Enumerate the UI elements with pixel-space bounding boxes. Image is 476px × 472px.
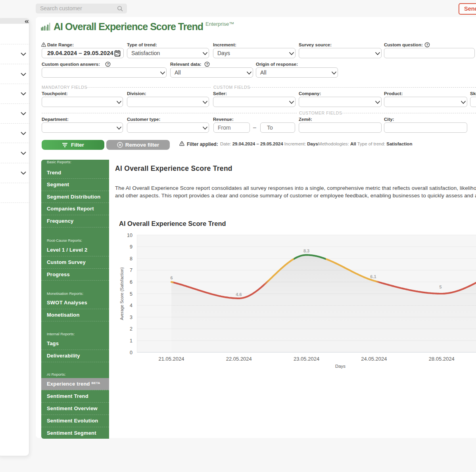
- svg-text:?: ?: [426, 43, 428, 47]
- svg-text:22.05.2024: 22.05.2024: [226, 356, 252, 362]
- svg-text:6: 6: [170, 275, 173, 280]
- svg-text:23.05.2024: 23.05.2024: [294, 356, 319, 362]
- svg-text:Days: Days: [335, 364, 345, 369]
- svg-text:24.05.2024: 24.05.2024: [361, 356, 387, 362]
- svg-text:21.05.2024: 21.05.2024: [158, 356, 184, 362]
- svg-text:1: 1: [130, 338, 132, 344]
- svg-text:8: 8: [130, 256, 132, 262]
- svg-text:2: 2: [130, 326, 132, 332]
- svg-text:5: 5: [439, 285, 441, 289]
- svg-text:Average Score (Satisfaction): Average Score (Satisfaction): [119, 267, 124, 320]
- svg-text:3: 3: [130, 315, 132, 320]
- svg-text:4: 4: [130, 303, 132, 308]
- svg-text:?: ?: [206, 62, 208, 66]
- svg-text:0: 0: [130, 350, 132, 355]
- svg-text:10: 10: [127, 233, 132, 238]
- svg-text:7: 7: [130, 268, 132, 273]
- svg-text:5: 5: [130, 291, 132, 297]
- svg-text:8.3: 8.3: [303, 248, 309, 253]
- svg-text:6: 6: [130, 279, 132, 285]
- svg-text:9: 9: [130, 244, 132, 250]
- svg-text:28.05.2024: 28.05.2024: [429, 356, 455, 362]
- svg-text:?: ?: [107, 62, 109, 66]
- svg-text:4.6: 4.6: [236, 292, 242, 297]
- svg-text:6.1: 6.1: [370, 274, 376, 279]
